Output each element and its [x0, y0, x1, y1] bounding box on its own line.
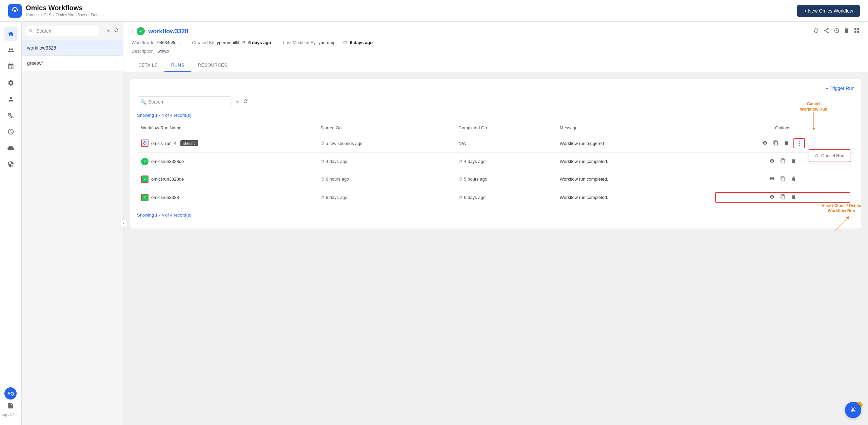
- runs-search-input[interactable]: [137, 96, 232, 107]
- run-status-completed-icon: ✓: [141, 194, 149, 201]
- run-completed: 6 days ago: [464, 195, 486, 200]
- run-message: Workflow run completed.: [556, 188, 711, 207]
- delete-run-button[interactable]: [790, 157, 798, 166]
- sidebar-item-users[interactable]: [4, 43, 18, 57]
- tab-runs[interactable]: RUNS: [164, 59, 191, 72]
- view-run-button[interactable]: [761, 139, 769, 148]
- notification-button[interactable]: ⌘: [845, 402, 861, 418]
- table-row: omics_run_4 starting ⏱ a few seconds ago: [137, 134, 854, 153]
- sidebar-item-settings[interactable]: [4, 76, 18, 90]
- sidebar-item-network[interactable]: [4, 109, 18, 122]
- search-icon: [28, 29, 33, 33]
- page-title: Omics Workflows: [26, 4, 103, 12]
- view-run-button[interactable]: [768, 174, 776, 184]
- svg-point-0: [14, 10, 16, 12]
- collapse-panel-button[interactable]: ‹: [120, 219, 128, 227]
- showing-count-bottom: Showing 1 - 4 of 4 record(s): [137, 212, 854, 218]
- sidebar-item-clock[interactable]: [4, 125, 18, 138]
- runs-search-icon: 🔍: [140, 99, 146, 105]
- delete-run-button[interactable]: [790, 174, 798, 184]
- workflow-name: workflow3328: [148, 28, 188, 35]
- run-started: 6 hours ago: [326, 177, 349, 182]
- col-options: Options: [711, 122, 854, 134]
- run-started: 4 days ago: [326, 159, 348, 164]
- user-avatar[interactable]: AQ: [4, 387, 17, 400]
- run-message: Workflow run completed.: [556, 153, 711, 170]
- share-icon[interactable]: [823, 27, 829, 35]
- run-completed: 4 days ago: [464, 159, 486, 164]
- delete-run-button[interactable]: [790, 193, 798, 202]
- run-name: omicsrun3328: [151, 195, 179, 200]
- run-name: omicsrun3328qe: [151, 159, 184, 164]
- table-row: ✓ omicsrun3328 ⏱ 6 days ago: [137, 188, 854, 207]
- sidebar-item-cloud[interactable]: [4, 141, 18, 155]
- filter-button[interactable]: [105, 27, 111, 34]
- sidebar-item-storage[interactable]: [4, 158, 18, 171]
- view-run-button[interactable]: [768, 193, 776, 202]
- run-message: Workflow run triggered: [556, 134, 711, 153]
- run-status-completed-icon: ✓: [141, 158, 149, 165]
- runs-table: Workflow Run Name Started On Completed O…: [137, 122, 854, 207]
- clone-run-button[interactable]: [772, 139, 780, 148]
- run-started: 6 days ago: [326, 195, 348, 200]
- col-started: Started On: [316, 122, 455, 134]
- grid-icon[interactable]: [854, 27, 860, 35]
- clone-run-button[interactable]: [779, 157, 787, 166]
- trigger-run-button[interactable]: + Trigger Run: [826, 86, 854, 91]
- more-options-button[interactable]: ⋮: [793, 138, 805, 148]
- new-workflow-button[interactable]: + New Omics Workflow: [797, 5, 860, 17]
- run-completed: N/A: [454, 134, 555, 153]
- workflow-list-item[interactable]: workflow3328 ›: [22, 40, 123, 56]
- cancel-run-popup[interactable]: ⊘ Cancel Run: [809, 149, 850, 162]
- clone-run-button[interactable]: [779, 174, 787, 184]
- run-completed: 5 hours ago: [464, 177, 487, 182]
- tab-resources[interactable]: RESOURCES: [191, 59, 234, 72]
- col-message: Message: [556, 122, 711, 134]
- sync-icon[interactable]: [813, 27, 819, 35]
- run-starting-tooltip: starting: [180, 140, 198, 146]
- workflow-search-input[interactable]: [26, 26, 99, 36]
- clone-run-button[interactable]: [779, 193, 787, 202]
- workflow-list-item[interactable]: greetwf ›: [22, 56, 123, 71]
- col-run-name: Workflow Run Name: [137, 122, 316, 134]
- doc-icon[interactable]: [7, 402, 14, 410]
- chevron-right-icon: ›: [116, 61, 118, 66]
- workflow-list-panel: workflow3328 › greetwf › ‹: [22, 22, 123, 425]
- workflow-meta: Workflow Id 94634c8c... | Created By ype…: [132, 38, 860, 47]
- workflow-item-label: greetwf: [27, 60, 43, 66]
- refresh-button[interactable]: [114, 27, 119, 34]
- cancel-run-label: Cancel Run: [821, 153, 844, 158]
- sidebar-item-person[interactable]: [4, 92, 18, 106]
- delete-run-button[interactable]: [783, 139, 791, 148]
- version-label: adp - V2.1.1: [1, 413, 20, 417]
- annotation-view-clone-delete: View / Clone / DeleteWorkflow Run: [822, 203, 861, 214]
- run-status-starting-icon: [141, 140, 149, 147]
- workflow-status-badge: ✓: [137, 27, 145, 35]
- annotation-cancel-workflow-run: CancelWorkflow Run: [800, 101, 827, 112]
- history-icon[interactable]: [833, 27, 840, 35]
- run-message: Workflow run completed.: [556, 170, 711, 188]
- runs-filter-button[interactable]: [235, 98, 240, 105]
- runs-refresh-button[interactable]: [243, 98, 248, 105]
- breadcrumb: Home› HCLS› Omics Workflows› Details: [26, 13, 103, 17]
- table-row: ✓ omicsrun3328qe ⏱ 4 days ago: [137, 153, 854, 170]
- workflow-description: Description wbwb: [132, 47, 860, 58]
- app-logo: [8, 4, 22, 18]
- sidebar-item-home[interactable]: [4, 27, 18, 41]
- back-button[interactable]: ‹: [132, 28, 133, 34]
- workflow-item-label: workflow3328: [27, 45, 56, 51]
- showing-count-top: Showing 1 - 4 of 4 record(s): [137, 113, 854, 118]
- table-row: ✓ omicsrun3328qe ⏱ 6 hours ago: [137, 170, 854, 188]
- tab-details[interactable]: DETAILS: [132, 59, 164, 72]
- run-status-completed-icon: ✓: [141, 175, 149, 183]
- view-run-button[interactable]: [768, 157, 776, 166]
- run-name: omics_run_4: [151, 141, 176, 146]
- sidebar-item-workflows[interactable]: [4, 60, 18, 73]
- col-completed: Completed On: [454, 122, 555, 134]
- cancel-icon: ⊘: [815, 153, 818, 158]
- run-name: omicsrun3328qe: [151, 177, 184, 182]
- chevron-right-icon: ›: [116, 45, 118, 50]
- delete-icon[interactable]: [844, 27, 850, 35]
- run-started: a few seconds ago: [326, 141, 362, 146]
